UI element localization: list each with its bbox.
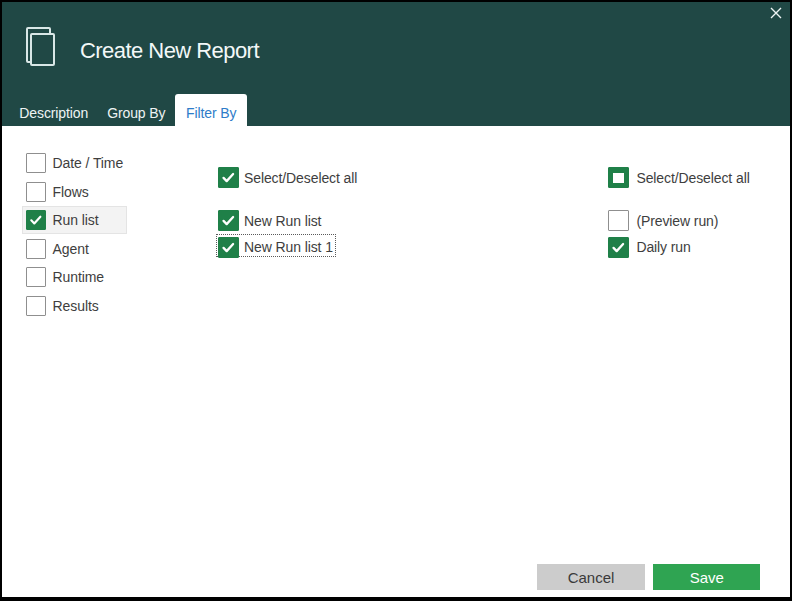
tab-label: Filter By <box>186 105 236 121</box>
category-row-run-list[interactable]: Run list <box>23 207 126 233</box>
item-row-daily-run[interactable]: Daily run <box>608 236 691 259</box>
category-label: Date / Time <box>53 155 123 171</box>
checkbox-run-list[interactable] <box>26 210 46 230</box>
tab-bar: DescriptionGroup ByFilter By <box>10 94 247 126</box>
checkbox-agent[interactable] <box>26 239 46 259</box>
checkbox-runtime[interactable] <box>26 267 46 287</box>
category-label: Runtime <box>53 269 104 285</box>
item-label: (Preview run) <box>636 213 718 229</box>
report-pages-icon <box>24 25 60 71</box>
checkbox-date-time[interactable] <box>26 153 46 173</box>
tab-description[interactable]: Description <box>10 94 98 126</box>
category-label: Agent <box>53 241 89 257</box>
category-row-results[interactable]: Results <box>23 293 126 319</box>
item-row-new-run-list-1[interactable]: New Run list 1 <box>218 236 333 259</box>
tab-group-by[interactable]: Group By <box>98 94 176 126</box>
save-button[interactable]: Save <box>653 564 760 591</box>
item-row-preview-run[interactable]: (Preview run) <box>608 209 718 232</box>
item-label: Select/Deselect all <box>244 170 357 186</box>
category-label: Results <box>53 298 99 314</box>
category-row-agent[interactable]: Agent <box>23 236 126 262</box>
item-label: Daily run <box>636 239 690 255</box>
checkbox-flows[interactable] <box>26 182 46 202</box>
item-label: New Run list <box>244 213 321 229</box>
item-row-new-run-list[interactable]: New Run list <box>218 209 322 232</box>
category-label: Flows <box>53 184 89 200</box>
checkbox-new-run-list-1[interactable] <box>218 237 239 258</box>
item-label: New Run list 1 <box>244 239 333 255</box>
checkbox-results[interactable] <box>26 296 46 316</box>
dialog-header: Create New Report DescriptionGroup ByFil… <box>2 2 790 126</box>
checkbox-select-deselect-all[interactable] <box>608 167 629 188</box>
checkbox-select-deselect-all[interactable] <box>218 167 239 188</box>
page-front-shape <box>30 33 56 67</box>
close-button[interactable] <box>762 2 790 23</box>
category-row-flows[interactable]: Flows <box>23 179 126 205</box>
tab-label: Group By <box>107 105 165 121</box>
item-row-select-deselect-all[interactable]: Select/Deselect all <box>608 166 750 189</box>
category-label: Run list <box>53 212 99 228</box>
create-new-report-dialog: Create New Report DescriptionGroup ByFil… <box>2 2 790 597</box>
checkbox-new-run-list[interactable] <box>218 210 239 231</box>
checkbox-preview-run[interactable] <box>608 210 629 231</box>
tab-label: Description <box>19 105 88 121</box>
cancel-button[interactable]: Cancel <box>537 564 645 591</box>
category-row-runtime[interactable]: Runtime <box>23 264 126 290</box>
tab-filter-by[interactable]: Filter By <box>175 94 247 126</box>
checkbox-select-deselect-all-indeterminate-mark <box>613 173 624 184</box>
item-row-select-deselect-all[interactable]: Select/Deselect all <box>218 166 358 189</box>
close-icon <box>770 7 782 19</box>
item-label: Select/Deselect all <box>636 170 749 186</box>
dialog-window: Create New Report DescriptionGroup ByFil… <box>0 0 792 601</box>
checkbox-daily-run[interactable] <box>608 237 629 258</box>
category-row-date-time[interactable]: Date / Time <box>23 150 126 176</box>
dialog-title: Create New Report <box>80 37 259 65</box>
